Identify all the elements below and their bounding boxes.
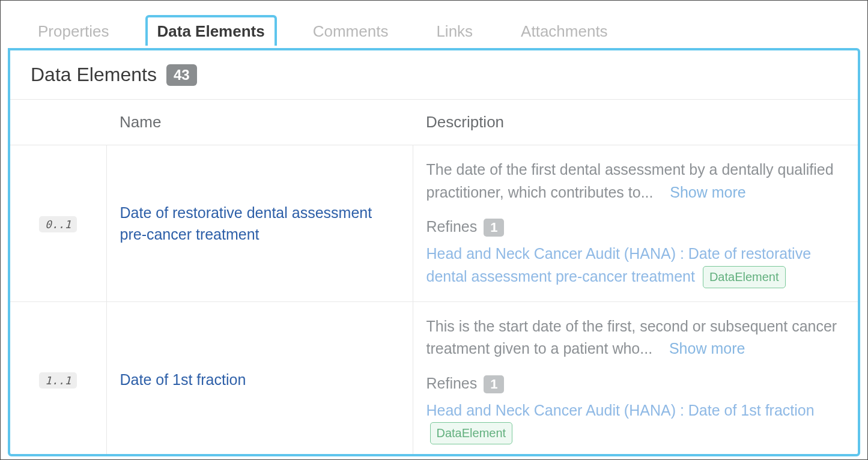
tab-properties[interactable]: Properties [26,15,121,46]
show-more-link[interactable]: Show more [669,340,745,357]
refines-link[interactable]: Head and Neck Cancer Audit (HANA) : Date… [426,399,845,445]
window: Properties Data Elements Comments Links … [0,0,868,460]
tab-comments[interactable]: Comments [301,15,401,46]
refines-link[interactable]: Head and Neck Cancer Audit (HANA) : Date… [426,243,845,288]
panel-title: Data Elements [31,64,157,86]
refines-link-text: Head and Neck Cancer Audit (HANA) : Date… [426,402,815,419]
tab-links[interactable]: Links [424,15,485,46]
description-text: This is the start date of the first, sec… [426,318,837,357]
table-row: 0..1 Date of restorative dental assessme… [10,145,858,302]
refines-count: 1 [484,219,504,237]
show-more-link[interactable]: Show more [670,184,745,201]
description-cell: This is the start date of the first, sec… [413,301,858,456]
col-description: Description [413,100,858,145]
table-header-row: Name Description [10,100,858,145]
count-badge: 43 [166,64,197,86]
elements-table: Name Description 0..1 Date of restorativ… [10,100,858,456]
col-name: Name [106,100,413,145]
cardinality-cell: 0..1 [10,145,106,302]
description-cell: The date of the first dental assessment … [413,145,858,302]
cardinality-chip: 0..1 [39,216,77,232]
col-cardinality [10,100,106,145]
table-row: 1..1 Date of 1st fraction This is the st… [10,301,858,456]
tab-attachments[interactable]: Attachments [509,15,620,46]
type-chip: DataElement [703,266,786,288]
refines-count: 1 [484,375,504,393]
refines-label: Refines [426,218,478,235]
name-cell: Date of restorative dental assessment pr… [106,145,413,302]
element-name-link[interactable]: Date of restorative dental assessment pr… [120,204,372,243]
refines-row: Refines 1 Head and Neck Cancer Audit (HA… [426,218,845,288]
element-name-link[interactable]: Date of 1st fraction [120,371,246,388]
refines-label: Refines [426,375,478,392]
cardinality-cell: 1..1 [10,301,106,456]
data-elements-panel: Data Elements 43 Name Description 0..1 [8,48,860,456]
name-cell: Date of 1st fraction [106,301,413,456]
tab-bar: Properties Data Elements Comments Links … [1,1,867,50]
tab-data-elements[interactable]: Data Elements [145,15,277,46]
refines-row: Refines 1 Head and Neck Cancer Audit (HA… [426,375,845,445]
panel-header: Data Elements 43 [10,50,858,100]
type-chip: DataElement [430,422,513,444]
description-text: The date of the first dental assessment … [426,161,834,201]
cardinality-chip: 1..1 [39,372,77,389]
